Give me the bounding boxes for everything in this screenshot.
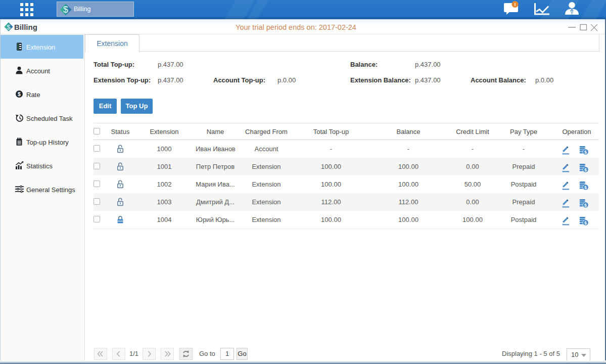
svg-text:$: $ bbox=[584, 185, 587, 190]
svg-text:$: $ bbox=[584, 203, 587, 208]
svg-text:$: $ bbox=[584, 167, 587, 172]
svg-text:$: $ bbox=[18, 91, 21, 97]
svg-text:$: $ bbox=[584, 220, 587, 225]
svg-text:!: ! bbox=[514, 2, 516, 7]
svg-text:$: $ bbox=[63, 5, 68, 15]
svg-text:$: $ bbox=[584, 150, 587, 155]
